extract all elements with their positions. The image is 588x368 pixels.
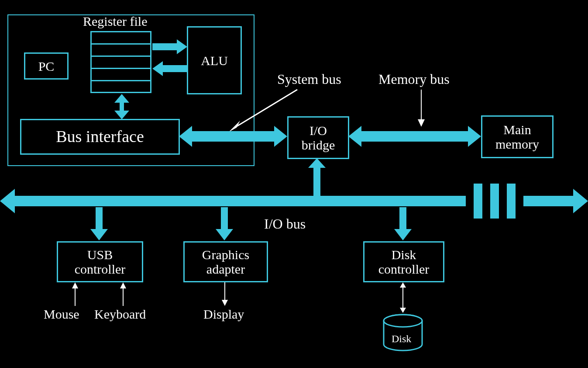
- svg-marker-27: [400, 308, 406, 313]
- svg-marker-22: [120, 282, 126, 288]
- memory-bus-pointer: [415, 90, 428, 127]
- register-file: [90, 31, 151, 93]
- keyboard-arrow: [119, 282, 127, 306]
- svg-marker-3: [152, 61, 163, 76]
- diskctrl-disk-arrow: [399, 282, 407, 313]
- alu-to-regfile-arrow: [152, 61, 187, 76]
- alu-box: ALU: [187, 26, 242, 94]
- main-memory-box: Main memory: [481, 115, 554, 158]
- svg-rect-2: [161, 65, 187, 72]
- diagram-stage: Register file PC ALU Bus interface Syste…: [0, 0, 588, 368]
- disk-controller-box: Disk controller: [363, 241, 444, 282]
- bus-to-usb-arrow: [90, 207, 108, 240]
- alu-text: ALU: [201, 53, 228, 68]
- bus-interface-box: Bus interface: [20, 119, 180, 155]
- svg-marker-20: [72, 282, 78, 288]
- bus-to-disk-arrow: [394, 207, 412, 240]
- disk-controller-text: Disk controller: [378, 247, 430, 276]
- io-bridge-box: I/O bridge: [287, 116, 349, 159]
- svg-marker-1: [177, 39, 187, 54]
- register-file-label: Register file: [83, 14, 147, 29]
- main-memory-text: Main memory: [495, 122, 539, 151]
- mouse-label: Mouse: [44, 307, 79, 322]
- io-bridge-text: I/O bridge: [302, 123, 335, 152]
- regfile-to-alu-arrow: [152, 39, 187, 54]
- system-bus-label: System bus: [277, 71, 341, 87]
- graphics-adapter-text: Graphics adapter: [202, 247, 249, 276]
- graphics-adapter-box: Graphics adapter: [183, 241, 268, 282]
- svg-marker-4: [114, 94, 129, 119]
- display-label: Display: [203, 307, 244, 322]
- io-bus-label: I/O bus: [264, 216, 306, 232]
- pc-text: PC: [38, 59, 55, 73]
- businterface-iobridge-arrow: [179, 126, 287, 147]
- expansion-slots-icon: [474, 184, 526, 219]
- svg-marker-16: [216, 229, 233, 240]
- svg-rect-13: [96, 207, 103, 230]
- regfile-businterface-arrow: [114, 94, 129, 119]
- iobridge-memory-arrow: [348, 126, 481, 147]
- display-arrow: [220, 282, 229, 306]
- svg-rect-0: [152, 43, 179, 50]
- svg-marker-18: [394, 229, 412, 240]
- svg-marker-14: [90, 229, 108, 240]
- svg-rect-17: [399, 207, 406, 230]
- usb-controller-box: USB controller: [57, 241, 143, 282]
- svg-marker-10: [348, 126, 481, 147]
- svg-marker-24: [222, 300, 228, 306]
- svg-rect-15: [221, 207, 228, 230]
- memory-bus-label: Memory bus: [378, 71, 450, 87]
- keyboard-label: Keyboard: [94, 307, 146, 322]
- usb-controller-text: USB controller: [75, 247, 126, 276]
- bus-to-graphics-arrow: [216, 207, 233, 240]
- bus-interface-text: Bus interface: [56, 128, 144, 146]
- svg-point-29: [384, 315, 422, 327]
- pc-box: PC: [24, 52, 69, 80]
- mouse-arrow: [71, 282, 79, 306]
- disk-label: Disk: [392, 333, 411, 345]
- svg-marker-9: [179, 126, 287, 147]
